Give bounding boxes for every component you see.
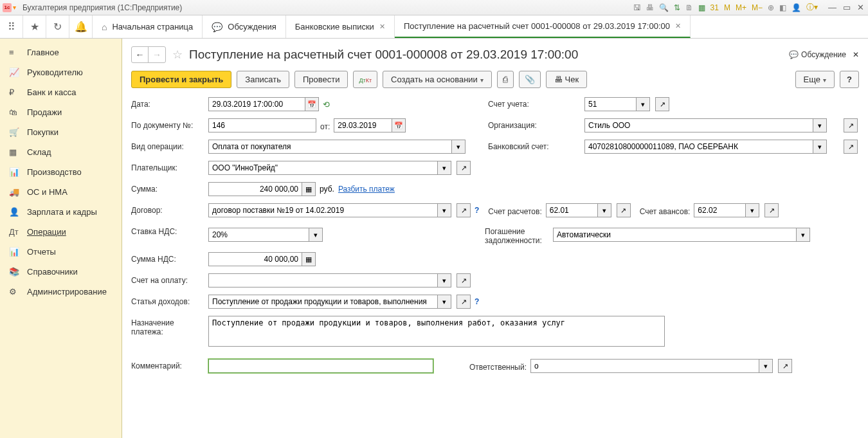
calendar-icon[interactable]: 31 [709,3,720,12]
check-button[interactable]: 🖶 Чек [546,71,587,88]
chevron-down-icon[interactable]: ▾ [745,203,759,217]
close-icon[interactable]: ✕ [379,23,385,31]
user-icon[interactable]: 👤 [790,3,802,12]
chevron-down-icon[interactable]: ▾ [796,228,810,242]
save-icon[interactable]: 🖫 [632,3,642,12]
sum-input[interactable] [208,182,302,196]
calc-icon[interactable]: ▦ [697,3,707,12]
post-and-close-button[interactable]: Провести и закрыть [131,71,231,88]
chevron-down-icon[interactable]: ▾ [813,140,827,154]
open-icon[interactable]: ↗ [778,359,792,373]
open-icon[interactable]: ↗ [844,118,858,132]
vatrate-input[interactable] [208,228,309,242]
org-input[interactable] [584,118,813,132]
open-icon[interactable]: ↗ [457,273,471,287]
sidebar-item-sales[interactable]: 🛍Продажи [0,102,122,122]
refresh-icon[interactable]: ⟲ [323,100,330,109]
chevron-down-icon[interactable]: ▾ [437,161,451,175]
close-page-icon[interactable]: ✕ [853,50,859,59]
contract-input[interactable] [208,203,437,217]
sidebar-item-reports[interactable]: 📊Отчеты [0,242,122,262]
open-icon[interactable]: ↗ [457,295,471,309]
calcacct-input[interactable] [546,203,597,217]
chevron-down-icon[interactable]: ▾ [437,295,451,309]
debt-input[interactable] [553,228,796,242]
sidebar-item-production[interactable]: 📊Производство [0,162,122,182]
sidebar-item-operations[interactable]: ДтОперации [0,222,122,242]
discuss-button[interactable]: 💬 Обсуждение [789,50,846,59]
info-icon[interactable]: ⓘ▾ [805,2,819,13]
post-button[interactable]: Провести [294,71,348,88]
m-minus-icon[interactable]: M− [750,3,764,12]
invoice-input[interactable] [208,273,437,287]
create-based-on-button[interactable]: Создать на основании▾ [383,71,492,88]
help-icon[interactable]: ? [475,297,479,306]
vatsum-input[interactable] [208,252,302,266]
history-icon[interactable]: ↻ [46,15,69,38]
dropdown-icon[interactable]: ▾ [13,4,16,11]
minimize-icon[interactable]: — [827,3,838,12]
sidebar-item-purchases[interactable]: 🛒Покупки [0,122,122,142]
calendar-icon[interactable]: 📅 [392,118,406,132]
payer-input[interactable] [208,161,437,175]
layout-icon[interactable]: ◧ [778,3,788,12]
sidebar-item-manager[interactable]: 📈Руководителю [0,62,122,82]
date-input[interactable] [208,97,305,111]
income-input[interactable] [208,295,437,309]
sidebar-item-admin[interactable]: ⚙Администрирование [0,282,122,302]
notifications-icon[interactable]: 🔔 [69,15,93,38]
sidebar-item-payroll[interactable]: 👤Зарплата и кадры [0,202,122,222]
sidebar-item-bank[interactable]: ₽Банк и касса [0,82,122,102]
structure-button[interactable]: ⎙ [497,71,514,88]
document-icon[interactable]: 🗎 [684,3,694,12]
chevron-down-icon[interactable]: ▾ [437,273,451,287]
advacct-input[interactable] [694,203,745,217]
close-icon[interactable]: ✕ [675,22,681,30]
chevron-down-icon[interactable]: ▾ [451,140,466,154]
sidebar-item-warehouse[interactable]: ▦Склад [0,142,122,162]
sidebar-item-main[interactable]: ≡Главное [0,42,122,62]
compare-icon[interactable]: ⇅ [673,3,682,12]
docnum-input[interactable] [208,118,316,132]
help-icon[interactable]: ? [475,206,479,215]
tab-current-document[interactable]: Поступление на расчетный счет 0001-00000… [395,15,691,38]
more-button[interactable]: Еще▾ [795,71,835,88]
print-icon[interactable]: 🖶 [645,3,655,12]
split-payment-link[interactable]: Разбить платеж [338,185,395,194]
sidebar-item-assets[interactable]: 🚚ОС и НМА [0,182,122,202]
open-icon[interactable]: ↗ [655,97,669,111]
star-icon[interactable]: ☆ [172,48,183,62]
chevron-down-icon[interactable]: ▾ [759,359,773,373]
chevron-down-icon[interactable]: ▾ [437,203,451,217]
open-icon[interactable]: ↗ [457,161,471,175]
resp-input[interactable] [530,359,759,373]
maximize-icon[interactable]: ▭ [842,3,852,12]
zoom-icon[interactable]: ⊕ [766,3,775,12]
attach-button[interactable]: 📎 [519,71,541,88]
docdate-input[interactable] [334,118,392,132]
optype-input[interactable] [208,140,451,154]
chevron-down-icon[interactable]: ▾ [309,228,323,242]
open-icon[interactable]: ↗ [844,140,858,154]
save-button[interactable]: Записать [237,71,289,88]
favorite-icon[interactable]: ★ [23,15,46,38]
m-plus-icon[interactable]: M+ [734,3,748,12]
forward-button[interactable]: → [149,47,165,62]
tab-bank-statements[interactable]: Банковские выписки ✕ [286,15,395,38]
purpose-textarea[interactable] [208,316,665,347]
calc-icon[interactable]: ▦ [302,182,316,196]
chevron-down-icon[interactable]: ▾ [597,203,611,217]
preview-icon[interactable]: 🔍 [658,3,670,12]
calendar-icon[interactable]: 📅 [305,97,319,111]
open-icon[interactable]: ↗ [764,203,779,217]
m-icon[interactable]: M [723,3,732,12]
comment-input[interactable] [208,359,433,373]
sidebar-item-directories[interactable]: 📚Справочники [0,262,122,282]
apps-icon[interactable]: ⠿ [0,15,23,38]
open-icon[interactable]: ↗ [457,203,471,217]
bankacc-input[interactable] [584,140,813,154]
chevron-down-icon[interactable]: ▾ [813,118,827,132]
calc-icon[interactable]: ▦ [302,252,316,266]
open-icon[interactable]: ↗ [617,203,631,217]
account-input[interactable] [584,97,636,111]
